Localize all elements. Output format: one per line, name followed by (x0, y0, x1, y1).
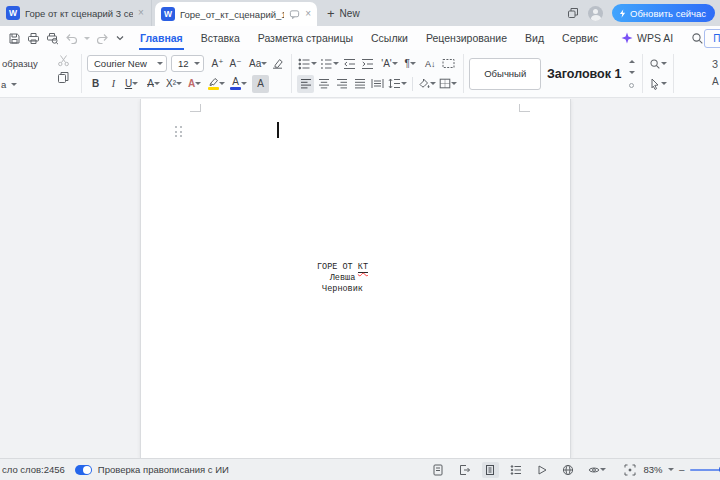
borders-button[interactable] (438, 75, 458, 93)
menu-insert[interactable]: Вставка (192, 26, 249, 50)
gallery-more-icon[interactable] (629, 83, 634, 88)
clipped-group-fragment: А (712, 76, 719, 87)
qat-customize-chevron-icon[interactable] (115, 33, 125, 43)
align-left-button[interactable] (297, 75, 314, 93)
wps-ai-menu[interactable]: WPS AI (617, 32, 677, 44)
format-painter-label[interactable]: по образцу (0, 58, 38, 69)
font-color-button[interactable]: A (229, 75, 248, 93)
menu-page-layout[interactable]: Разметка страницы (249, 26, 362, 50)
undo-dropdown-icon[interactable] (84, 37, 90, 40)
print-preview-icon[interactable] (46, 32, 59, 45)
document-tab-inactive[interactable]: W Горе от кт сценарий 3 серия 1 с × (0, 0, 152, 26)
bullet-list-button[interactable] (297, 55, 318, 73)
align-right-button[interactable] (333, 75, 350, 93)
new-tab-button[interactable]: + New (327, 6, 360, 21)
paste-label-fragment[interactable]: а (1, 79, 6, 90)
show-paragraph-marks-button[interactable]: ¶ (402, 55, 419, 73)
highlight-color-button[interactable] (206, 75, 226, 93)
spellcheck-marked-word: КТ (358, 262, 368, 273)
eraser-icon (271, 57, 284, 70)
underline-button[interactable]: U (123, 75, 140, 93)
menu-view[interactable]: Вид (516, 26, 553, 50)
superscript-button[interactable]: X² (165, 75, 183, 93)
update-now-button[interactable]: Обновить сейчас (612, 4, 715, 22)
insert-frame-button[interactable] (440, 55, 457, 73)
menu-home[interactable]: Главная (131, 26, 192, 50)
clear-formatting-button[interactable] (269, 55, 286, 73)
word-count[interactable]: сло слов:2456 (2, 464, 65, 475)
font-size-combobox[interactable]: 12 (171, 55, 204, 72)
menu-references[interactable]: Ссылки (362, 26, 417, 50)
spellcheck-toggle[interactable] (75, 465, 92, 475)
select-button[interactable] (648, 75, 668, 93)
zoom-out-button[interactable]: − (679, 464, 685, 476)
document-canvas[interactable]: ГОРЕ ОТ КТ Левша Черновик (0, 99, 720, 458)
increase-font-size-button[interactable]: A⁺ (209, 55, 226, 73)
redo-icon[interactable] (96, 32, 109, 44)
phonetic-guide-button[interactable]: 'А' (380, 55, 399, 73)
decrease-font-size-button[interactable]: A⁻ (227, 55, 244, 73)
save-icon[interactable] (8, 32, 21, 45)
paragraph-drag-handle[interactable] (175, 126, 182, 137)
shading-button[interactable] (417, 75, 437, 93)
chevron-down-icon (261, 62, 267, 65)
paste-dropdown-icon[interactable] (11, 83, 17, 86)
chevron-down-icon (451, 82, 457, 85)
align-center-button[interactable] (315, 75, 332, 93)
style-heading1[interactable]: Заголовок 1 (541, 58, 627, 90)
distribute-text-button[interactable] (369, 75, 386, 93)
italic-button[interactable]: I (105, 75, 122, 93)
page-view-icon[interactable] (482, 462, 499, 478)
change-case-button[interactable]: Aa (248, 55, 268, 73)
copy-icon[interactable] (57, 71, 70, 84)
read-mode-icon[interactable] (534, 462, 551, 478)
print-icon[interactable] (27, 32, 40, 45)
chevron-down-icon (333, 62, 339, 65)
export-icon[interactable] (456, 462, 473, 478)
line-spacing-button[interactable] (387, 75, 408, 93)
search-icon[interactable] (691, 32, 704, 45)
toolbar-divider (463, 54, 464, 93)
toolbar-divider (673, 54, 674, 93)
web-view-icon[interactable] (560, 462, 577, 478)
page-info-icon[interactable] (430, 462, 447, 478)
font-family-combobox[interactable]: Courier New (87, 55, 167, 72)
document-text[interactable]: ГОРЕ ОТ КТ Левша Черновик (150, 262, 535, 295)
restore-window-icon[interactable] (567, 7, 579, 19)
increase-indent-button[interactable] (359, 55, 376, 73)
undo-icon[interactable] (65, 32, 78, 44)
strikethrough-button[interactable]: A (145, 75, 162, 93)
sort-button[interactable]: А↓ (422, 55, 439, 73)
zoom-slider[interactable] (690, 465, 720, 475)
comment-bubble-icon[interactable] (289, 9, 300, 20)
ribbon-toolbar: по образцу а Courier (0, 50, 720, 98)
justify-button[interactable] (351, 75, 368, 93)
cut-icon[interactable] (57, 54, 70, 67)
gallery-down-icon[interactable] (629, 71, 635, 74)
status-bar: сло слов:2456 Проверка правописания с ИИ (0, 458, 720, 480)
numbered-list-button[interactable] (319, 55, 340, 73)
gallery-up-icon[interactable] (629, 60, 635, 63)
toolbar-divider (291, 54, 292, 93)
character-shading-button[interactable]: A (252, 75, 269, 93)
menu-tools[interactable]: Сервис (553, 26, 607, 50)
find-button[interactable] (648, 55, 668, 73)
zoom-level[interactable]: 83% (644, 464, 663, 475)
hide-interface-icon[interactable] (586, 462, 609, 478)
decrease-indent-button[interactable] (341, 55, 358, 73)
outline-view-icon[interactable] (508, 462, 525, 478)
close-tab-icon[interactable]: × (138, 8, 144, 18)
user-avatar[interactable] (588, 6, 603, 21)
chevron-down-icon (401, 82, 407, 85)
text-effects-button[interactable]: A (186, 75, 203, 93)
menu-review[interactable]: Рецензирование (417, 26, 516, 50)
share-button[interactable]: Поделиться (704, 29, 720, 48)
style-normal[interactable]: Обычный (469, 58, 541, 90)
script-draft-line: Черновик (150, 284, 535, 295)
fit-page-icon[interactable] (622, 462, 639, 478)
close-tab-icon[interactable]: × (305, 9, 311, 19)
zoom-dropdown-icon[interactable] (668, 468, 674, 471)
document-tab-active[interactable]: W Горе_от_кт_сценарий_1_сер × (155, 2, 317, 26)
bold-button[interactable]: B (87, 75, 104, 93)
script-title-line: ГОРЕ ОТ КТ (150, 262, 535, 273)
